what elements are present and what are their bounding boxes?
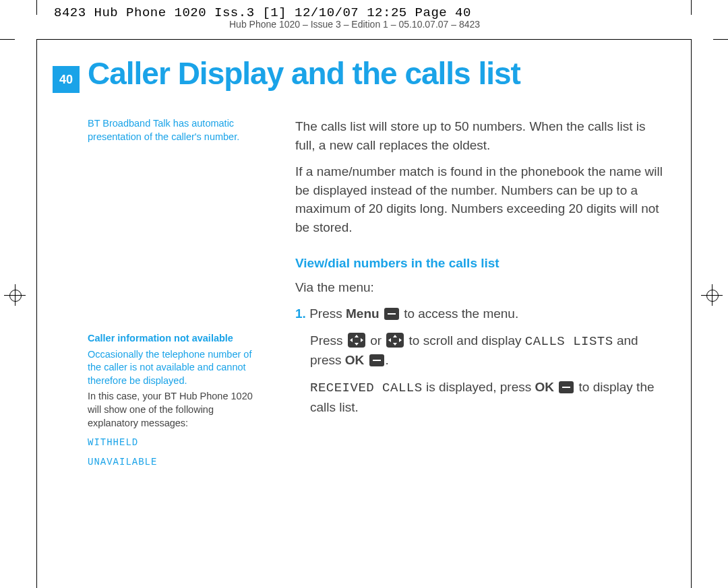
softkey-icon <box>369 354 384 366</box>
registration-mark-icon <box>704 287 721 304</box>
side-note: BT Broadband Talk has automatic presenta… <box>88 117 256 143</box>
crop-mark <box>713 39 728 40</box>
crop-mark <box>691 0 692 15</box>
print-subheader: Hub Phone 1020 – Issue 3 – Edition 1 – 0… <box>229 19 480 30</box>
body-paragraph: The calls list will store up to 50 numbe… <box>295 117 669 154</box>
lcd-message: WITHHELD <box>88 436 256 449</box>
body-paragraph: If a name/number match is found in the p… <box>295 162 669 236</box>
page-number-badge: 40 <box>53 66 80 93</box>
body-paragraph: Via the menu: <box>295 278 669 297</box>
side-note-heading: Caller information not available <box>88 333 233 344</box>
step-text: to scroll and display <box>405 333 524 348</box>
softkey-icon <box>384 308 399 320</box>
step-line: RECEIVED CALLS is displayed, press OK to… <box>295 378 669 416</box>
print-header: 8423 Hub Phone 1020 Iss.3 [1] 12/10/07 1… <box>54 5 471 20</box>
nav-icon <box>348 333 365 348</box>
nav-icon <box>386 333 404 348</box>
crop-mark <box>0 39 15 40</box>
lcd-text: RECEIVED CALLS <box>310 381 423 395</box>
lcd-message: UNAVAILABLE <box>88 456 256 469</box>
registration-mark-icon <box>7 287 24 304</box>
step-number: 1. <box>295 306 306 321</box>
page-title: Caller Display and the calls list <box>88 55 520 92</box>
crop-mark <box>36 0 37 15</box>
step-line: Press or to scroll and display CALLS LIS… <box>295 331 669 370</box>
section-heading: View/dial numbers in the calls list <box>295 254 669 273</box>
side-note-body: In this case, your BT Hub Phone 1020 wil… <box>88 390 256 430</box>
softkey-icon <box>559 381 574 393</box>
lcd-text: CALLS LISTS <box>525 334 613 349</box>
step-text: is displayed, press <box>423 380 535 394</box>
step-text: to access the menu. <box>400 306 518 321</box>
step-text: or <box>367 333 385 348</box>
step-text: Press <box>310 333 346 348</box>
step-text: Press <box>309 306 346 321</box>
key-label: OK <box>345 353 365 367</box>
key-label: Menu <box>346 306 380 321</box>
key-label: OK <box>535 380 555 394</box>
step-line: 1. Press Menu to access the menu. <box>295 304 669 323</box>
step-text: . <box>386 353 389 367</box>
side-note-body: Occasionally the telephone number of the… <box>88 348 256 388</box>
